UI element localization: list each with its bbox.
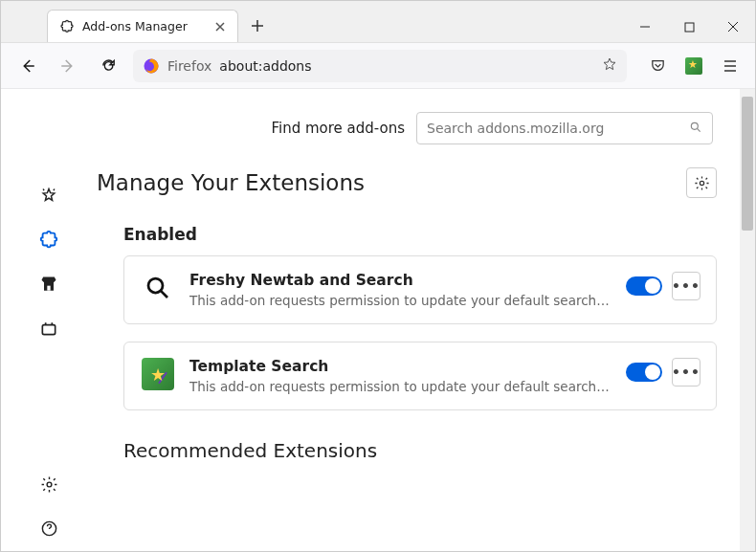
page-title: Manage Your Extensions bbox=[97, 170, 365, 195]
extension-card[interactable]: Template Search This add-on requests per… bbox=[123, 342, 717, 410]
tab-strip: Add-ons Manager bbox=[1, 1, 623, 42]
scrollbar-track[interactable] bbox=[740, 89, 755, 552]
heading-row: Manage Your Extensions bbox=[97, 167, 717, 198]
category-sidebar bbox=[1, 89, 97, 552]
nav-toolbar: Firefox about:addons bbox=[1, 43, 755, 89]
svg-rect-3 bbox=[42, 325, 55, 335]
new-tab-button[interactable] bbox=[244, 12, 271, 39]
addon-search-input[interactable] bbox=[427, 121, 681, 136]
extension-description: This add-on requests permission to updat… bbox=[189, 379, 611, 394]
find-addons-label: Find more add-ons bbox=[271, 120, 405, 137]
maximize-button[interactable] bbox=[667, 11, 711, 42]
back-button[interactable] bbox=[12, 51, 43, 81]
settings-gear-icon[interactable] bbox=[37, 473, 60, 496]
more-options-button[interactable]: ••• bbox=[672, 358, 700, 386]
url-prefix: Firefox bbox=[167, 58, 211, 74]
svg-point-7 bbox=[700, 181, 703, 185]
extension-card[interactable]: Freshy Newtab and Search This add-on req… bbox=[123, 255, 717, 324]
extension-controls: ••• bbox=[626, 272, 700, 300]
extension-name: Freshy Newtab and Search bbox=[189, 272, 611, 289]
content-area: Find more add-ons Manage Your Extensions… bbox=[1, 89, 755, 552]
tab-title: Add-ons Manager bbox=[82, 19, 205, 33]
svg-point-8 bbox=[148, 278, 163, 293]
minimize-button[interactable] bbox=[623, 11, 667, 42]
plugins-category-icon[interactable] bbox=[37, 317, 60, 340]
toolbar-right bbox=[644, 53, 744, 79]
main-panel: Find more add-ons Manage Your Extensions… bbox=[97, 89, 755, 552]
browser-tab[interactable]: Add-ons Manager bbox=[47, 10, 238, 42]
recommendations-icon[interactable] bbox=[37, 185, 60, 208]
extension-icon bbox=[142, 358, 174, 390]
window-controls bbox=[623, 11, 755, 42]
pocket-icon[interactable] bbox=[644, 53, 671, 79]
extensions-category-icon[interactable] bbox=[37, 229, 60, 252]
tools-gear-button[interactable] bbox=[686, 167, 717, 198]
svg-point-4 bbox=[47, 482, 52, 487]
search-icon bbox=[689, 120, 702, 138]
svg-point-6 bbox=[691, 122, 698, 129]
help-icon[interactable] bbox=[37, 517, 60, 540]
svg-rect-2 bbox=[47, 286, 50, 291]
extension-toolbar-icon[interactable] bbox=[680, 53, 707, 79]
forward-button[interactable] bbox=[53, 51, 83, 81]
addon-search-box[interactable] bbox=[416, 112, 713, 144]
reload-button[interactable] bbox=[93, 51, 123, 81]
close-window-button[interactable] bbox=[711, 11, 755, 42]
more-options-button[interactable]: ••• bbox=[672, 272, 700, 300]
themes-category-icon[interactable] bbox=[37, 273, 60, 296]
recommended-section-title: Recommended Extensions bbox=[123, 439, 717, 462]
enabled-section-title: Enabled bbox=[97, 225, 717, 244]
extension-description: This add-on requests permission to updat… bbox=[189, 293, 611, 308]
extension-icon bbox=[142, 272, 174, 304]
url-bar[interactable]: Firefox about:addons bbox=[133, 50, 627, 82]
close-tab-button[interactable] bbox=[212, 19, 228, 34]
bookmark-star-icon[interactable] bbox=[602, 56, 617, 76]
extension-body: Freshy Newtab and Search This add-on req… bbox=[189, 272, 611, 308]
firefox-logo-icon bbox=[143, 57, 160, 75]
enable-toggle[interactable] bbox=[626, 363, 662, 382]
svg-rect-0 bbox=[685, 23, 694, 32]
addon-search-row: Find more add-ons bbox=[97, 112, 717, 144]
enable-toggle[interactable] bbox=[626, 276, 662, 296]
extension-body: Template Search This add-on requests per… bbox=[189, 358, 611, 394]
title-bar: Add-ons Manager bbox=[1, 1, 755, 43]
extension-controls: ••• bbox=[626, 358, 700, 386]
scrollbar-thumb[interactable] bbox=[742, 97, 753, 231]
puzzle-icon bbox=[59, 19, 75, 34]
menu-button[interactable] bbox=[717, 53, 744, 79]
extension-name: Template Search bbox=[189, 358, 611, 375]
url-text: about:addons bbox=[219, 58, 594, 74]
